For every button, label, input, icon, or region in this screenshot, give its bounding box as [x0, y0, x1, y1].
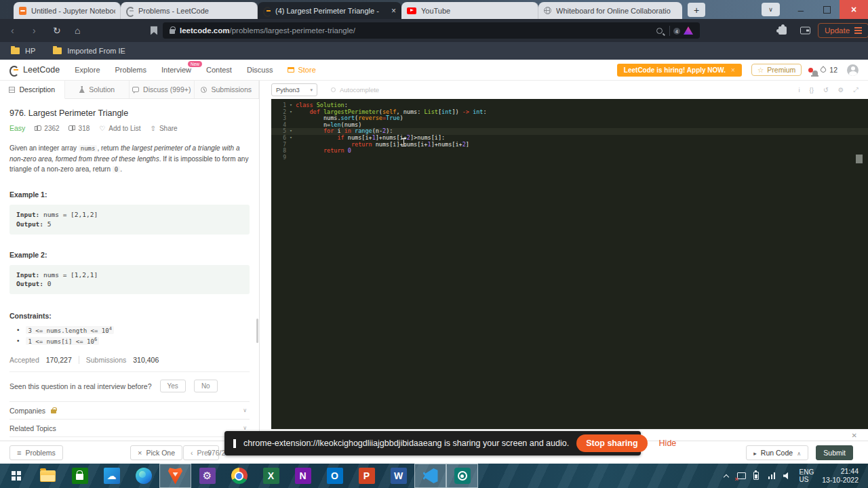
section-companies[interactable]: Companies	[9, 401, 250, 419]
hiring-close-icon[interactable]	[731, 66, 735, 74]
taskbar-onenote[interactable]: N	[287, 464, 319, 488]
problems-button[interactable]: Problems	[9, 445, 63, 460]
address-bar[interactable]: leetcode.com /problems/largest-perimeter…	[163, 22, 700, 39]
stop-sharing-button[interactable]: Stop sharing	[576, 434, 647, 452]
browser-tab[interactable]: Untitled - Jupyter Notebook	[14, 2, 121, 19]
window-close-button[interactable]	[840, 0, 868, 19]
like-button[interactable]: 2362	[35, 125, 59, 132]
divider	[669, 26, 670, 36]
pick-one-button[interactable]: Pick One	[130, 445, 182, 460]
taskbar-recorder[interactable]	[446, 464, 478, 488]
nav-item-contest[interactable]: Contest	[206, 66, 232, 74]
clock-icon	[201, 87, 207, 93]
editor-scrollbar[interactable]	[856, 155, 863, 163]
url-host: leetcode.com	[180, 26, 230, 35]
update-button[interactable]: Update	[818, 23, 868, 38]
hiring-banner[interactable]: LeetCode is hiring! Apply NOW.	[617, 64, 742, 77]
editor-toolbar: Python3 Autocomplete i{}↺⚙⤢	[260, 81, 868, 99]
browser-tab[interactable]: Whiteboard for Online Collaboratio	[538, 2, 682, 19]
nav-item-store[interactable]: Store	[288, 66, 315, 74]
brave-icon	[168, 468, 183, 485]
yes-button[interactable]: Yes	[160, 380, 186, 392]
browser-tab[interactable]: YouTube	[401, 2, 538, 19]
nav-item-discuss[interactable]: Discuss	[247, 66, 273, 74]
nav-item-problems[interactable]: Problems	[115, 66, 146, 74]
no-button[interactable]: No	[194, 380, 218, 392]
bookmark-folder[interactable]: HP	[11, 47, 35, 55]
signal-icon[interactable]	[774, 472, 775, 479]
taskbar-chrome[interactable]	[223, 464, 255, 488]
back-icon[interactable]: ‹	[11, 26, 14, 35]
clock[interactable]: 21:44 13-10-2022	[822, 467, 859, 484]
premium-button[interactable]: Premium	[751, 64, 802, 76]
browser-tab[interactable]: (4) Largest Perimeter Triangle -×	[258, 2, 401, 19]
window-maximize-button[interactable]	[814, 0, 840, 19]
braces-icon[interactable]: {}	[810, 86, 814, 94]
bookmark-folder[interactable]: Imported From IE	[53, 47, 125, 55]
taskbar-edge[interactable]	[127, 464, 159, 488]
window-minimize-button[interactable]	[788, 0, 814, 19]
tab-search-dropdown[interactable]	[762, 3, 780, 16]
new-tab-button[interactable]	[688, 3, 705, 17]
taskbar-vscode[interactable]	[414, 464, 446, 488]
gutter-space	[286, 115, 296, 122]
language-indicator[interactable]: ENG US	[800, 468, 814, 484]
fold-icon: ▾	[286, 102, 296, 109]
nav-item-interview[interactable]: InterviewNew	[161, 66, 191, 74]
submit-button[interactable]: Submit	[816, 445, 853, 460]
run-code-button[interactable]: Run Code	[746, 445, 808, 460]
taskbar-onedrive[interactable]	[96, 464, 127, 488]
bookmark-label: HP	[25, 47, 35, 55]
tab-solution[interactable]: Solution	[65, 81, 130, 98]
brave-rewards-icon[interactable]	[684, 26, 693, 35]
hide-button[interactable]: Hide	[659, 439, 677, 448]
gutter-space	[286, 148, 296, 155]
battery-icon[interactable]	[753, 472, 759, 480]
taskbar-microsoft-store[interactable]	[64, 464, 96, 488]
language-select[interactable]: Python3	[271, 83, 317, 96]
reset-icon[interactable]: ↺	[823, 86, 829, 94]
taskbar-outlook[interactable]: O	[319, 464, 351, 488]
avatar[interactable]	[847, 64, 859, 76]
scrollbar-thumb[interactable]	[256, 319, 258, 343]
tab-discuss-999-[interactable]: Discuss (999+)	[130, 81, 195, 98]
wallet-icon[interactable]	[800, 27, 810, 35]
tab-close-icon[interactable]: ×	[391, 7, 396, 15]
network-icon[interactable]	[736, 472, 745, 480]
code-editor[interactable]: 1▾class Solution:2▾ def largestPerimeter…	[271, 99, 868, 429]
brand-name: LeetCode	[23, 65, 60, 75]
taskbar-word[interactable]: W	[382, 464, 414, 488]
nav-item-explore[interactable]: Explore	[75, 66, 100, 74]
add-to-list-button[interactable]: Add to List	[99, 125, 140, 132]
forward-icon[interactable]: ›	[33, 26, 36, 35]
taskbar-powerpoint[interactable]: P	[351, 464, 382, 488]
taskbar-file-explorer[interactable]	[32, 464, 64, 488]
taskbar-settings[interactable]	[191, 464, 223, 488]
info-icon[interactable]: i	[798, 86, 800, 94]
taskbar-start[interactable]	[0, 464, 32, 488]
home-icon[interactable]: ⌂	[75, 26, 80, 35]
taskbar-brave[interactable]	[159, 464, 191, 488]
tab-description[interactable]: Description	[0, 81, 65, 99]
streak-counter[interactable]: 12	[821, 66, 837, 74]
show-hidden-icons[interactable]	[723, 474, 728, 479]
interview-question-row: Seen this question in a real interview b…	[9, 380, 250, 392]
browser-tab[interactable]: Problems - LeetCode	[121, 2, 258, 19]
volume-icon[interactable]	[783, 472, 791, 480]
settings-icon[interactable]: ⚙	[838, 86, 844, 94]
autocomplete-toggle[interactable]: Autocomplete	[331, 86, 379, 94]
leetcode-logo[interactable]: LeetCode	[9, 65, 60, 75]
expand-icon[interactable]: ⤢	[853, 86, 859, 94]
taskbar-excel[interactable]: X	[255, 464, 287, 488]
tab-submissions[interactable]: Submissions	[195, 81, 260, 98]
outlook-icon: O	[327, 468, 343, 484]
reload-icon[interactable]: ↻	[53, 26, 61, 35]
share-button[interactable]: Share	[151, 125, 178, 132]
example-block: Input: nums = [2,1,2]Output: 5	[9, 205, 250, 235]
console-close-icon[interactable]	[852, 432, 857, 439]
bookmark-icon[interactable]	[151, 26, 157, 35]
section-related-topics[interactable]: Related Topics	[9, 419, 250, 436]
search-icon[interactable]	[656, 28, 663, 34]
extensions-icon[interactable]	[778, 26, 787, 35]
dislike-button[interactable]: 318	[69, 125, 90, 132]
